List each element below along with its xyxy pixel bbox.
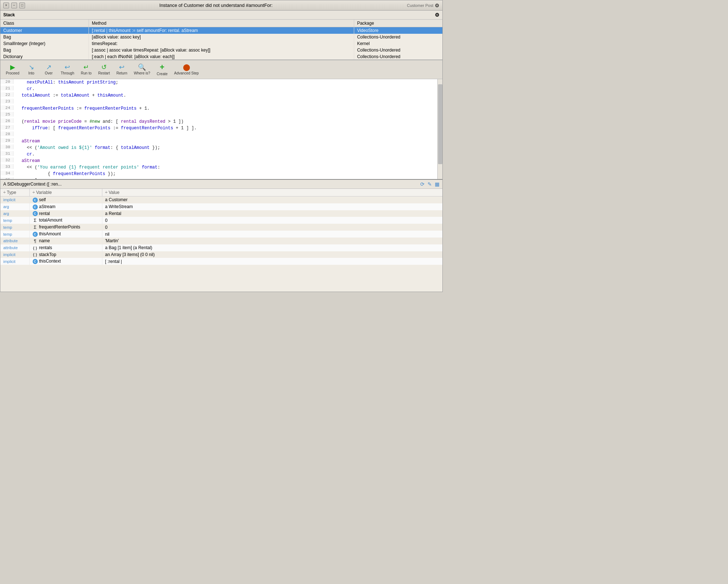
code-scroll-thumb[interactable] [438, 84, 442, 164]
create-label: Create [157, 72, 168, 76]
grid-icon[interactable]: ▦ [435, 181, 439, 187]
restart-icon: ↺ [101, 64, 107, 70]
return-button[interactable]: ↩ Return [114, 62, 130, 77]
type-icon-brace: { } [33, 252, 38, 257]
main-content: 20 nextPutAll: thisAmount printString;21… [0, 79, 442, 292]
stack-package: Collections-Unordered [354, 47, 442, 53]
var-value: a WriteStream [102, 203, 442, 210]
bottom-scroll[interactable]: ÷ Type ÷ Variable ÷ Value implicit Cself… [0, 189, 442, 292]
stack-row[interactable]: Bag [aBlock value: assoc key] Collection… [0, 34, 442, 40]
stack-icon[interactable]: ⚙ [435, 12, 439, 18]
through-icon: ↪ [65, 64, 70, 70]
stack-package: Collections-Unordered [354, 34, 442, 40]
line-content: << ('Amount owed is ${1}' format: { tota… [13, 145, 442, 151]
type-icon-c: C [33, 204, 38, 210]
restart-label: Restart [98, 71, 110, 75]
var-type: attribute [0, 238, 29, 244]
advanced-icon: ⬤ [183, 64, 190, 70]
customer-post-label: Customer Post [407, 3, 433, 8]
code-line: 33 << ('You earned {1} frequent renter p… [0, 164, 442, 171]
return-label: Return [116, 71, 127, 75]
type-icon-c: C [33, 211, 38, 216]
stack-row[interactable]: SmallInteger (Integer) timesRepeat: Kern… [0, 40, 442, 47]
var-type: attribute [0, 244, 29, 251]
var-variable: { }stackTop [29, 251, 102, 258]
line-content: ifTrue: [ frequentRenterPoints := freque… [13, 125, 442, 131]
proceed-label: Proceed [6, 71, 19, 75]
proceed-button[interactable]: ▶ Proceed [3, 62, 22, 77]
var-row: arg CaStream a WriteStream [0, 203, 442, 210]
var-variable: ΣtotalAmount [29, 217, 102, 224]
var-row: arg Crental a Rental [0, 210, 442, 217]
code-line: 22 totalAmount := totalAmount + thisAmou… [0, 92, 442, 99]
var-row: implicit { }stackTop an Array [3 items] … [0, 251, 442, 258]
bottom-header: A StDebuggerContext ([ :ren... ⟳ ✎ ▦ [0, 180, 442, 189]
code-scrollbar[interactable] [437, 79, 442, 179]
line-content: frequentRenterPoints := frequentRenterPo… [13, 105, 442, 112]
settings-icon[interactable]: ⚙ [435, 3, 439, 8]
stack-row[interactable]: Dictionary [:each | each ifNotNil: [aBlo… [0, 53, 442, 60]
return-icon: ↩ [119, 64, 124, 70]
into-label: Into [28, 71, 34, 75]
var-variable: CaStream [29, 203, 102, 210]
var-variable: CthisAmount [29, 231, 102, 238]
type-icon-c: C [33, 198, 38, 203]
type-icon-para: ¶ [33, 239, 38, 244]
line-number: 29 [0, 138, 13, 143]
var-value: a Rental [102, 210, 442, 217]
code-line: 26 (rental movie priceCode = #new and: [… [0, 118, 442, 125]
refresh-icon[interactable]: ⟳ [420, 181, 425, 187]
var-variable: Cself [29, 196, 102, 203]
restore-button[interactable]: □ [19, 3, 25, 8]
var-table: ÷ Type ÷ Variable ÷ Value implicit Cself… [0, 189, 442, 265]
var-value: 0 [102, 224, 442, 231]
close-button[interactable]: × [3, 3, 9, 8]
var-type: implicit [0, 258, 29, 265]
code-line: 27 ifTrue: [ frequentRenterPoints := fre… [0, 125, 442, 131]
line-number: 31 [0, 151, 13, 156]
code-line: 34 { frequentRenterPoints }); [0, 171, 442, 177]
code-line: 29 aStream [0, 138, 442, 145]
proceed-icon: ▶ [10, 64, 15, 70]
over-button[interactable]: ↗ Over [41, 62, 57, 77]
stack-row[interactable]: Bag [:assoc | assoc value timesRepeat: [… [0, 47, 442, 53]
into-button[interactable]: ↘ Into [23, 62, 39, 77]
stack-scroll[interactable]: Class Method Package Customer [:rental |… [0, 20, 442, 60]
code-line: 35 cr ] [0, 177, 442, 179]
create-button[interactable]: + Create [154, 62, 170, 77]
toolbar: ▶ Proceed ↘ Into ↗ Over ↪ Through ↵ Run … [0, 60, 442, 79]
advanced-step-button[interactable]: ⬤ Advanced Step [172, 62, 201, 77]
edit-icon[interactable]: ✎ [428, 181, 432, 187]
line-number: 33 [0, 164, 13, 169]
minimize-button[interactable]: − [11, 3, 17, 8]
var-type: temp [0, 217, 29, 224]
stack-class: SmallInteger (Integer) [0, 40, 89, 47]
restart-button[interactable]: ↺ Restart [96, 62, 113, 77]
var-row: implicit CthisContext [ :rental | [0, 258, 442, 265]
into-icon: ↘ [29, 64, 34, 70]
line-number: 35 [0, 177, 13, 179]
col-variable-header: ÷ Variable [29, 189, 102, 196]
stack-class: Customer [0, 27, 89, 34]
var-row: implicit Cself a Customer [0, 196, 442, 203]
line-number: 21 [0, 86, 13, 90]
var-row: temp ΣtotalAmount 0 [0, 217, 442, 224]
where-button[interactable]: 🔍 Where is? [131, 62, 153, 77]
var-row: attribute ¶name 'Martin' [0, 238, 442, 244]
stack-row[interactable]: Customer [:rental | thisAmount := self a… [0, 27, 442, 34]
var-row: temp CthisAmount nil [0, 231, 442, 238]
through-button[interactable]: ↪ Through [58, 62, 77, 77]
var-value: an Array [3 items] (0 0 nil) [102, 251, 442, 258]
stack-table: Class Method Package Customer [:rental |… [0, 20, 442, 60]
code-area[interactable]: 20 nextPutAll: thisAmount printString;21… [0, 79, 442, 179]
run-to-button[interactable]: ↵ Run to [78, 62, 94, 77]
var-variable: { }rentals [29, 244, 102, 251]
advanced-label: Advanced Step [174, 71, 199, 75]
stack-package: VideoStore [354, 27, 442, 34]
line-number: 22 [0, 92, 13, 97]
run-to-icon: ↵ [83, 64, 89, 70]
line-content: (rental movie priceCode = #new and: [ re… [13, 118, 442, 125]
bottom-header-icons: ⟳ ✎ ▦ [420, 181, 439, 187]
code-line: 31 cr. [0, 151, 442, 158]
through-label: Through [61, 71, 74, 75]
